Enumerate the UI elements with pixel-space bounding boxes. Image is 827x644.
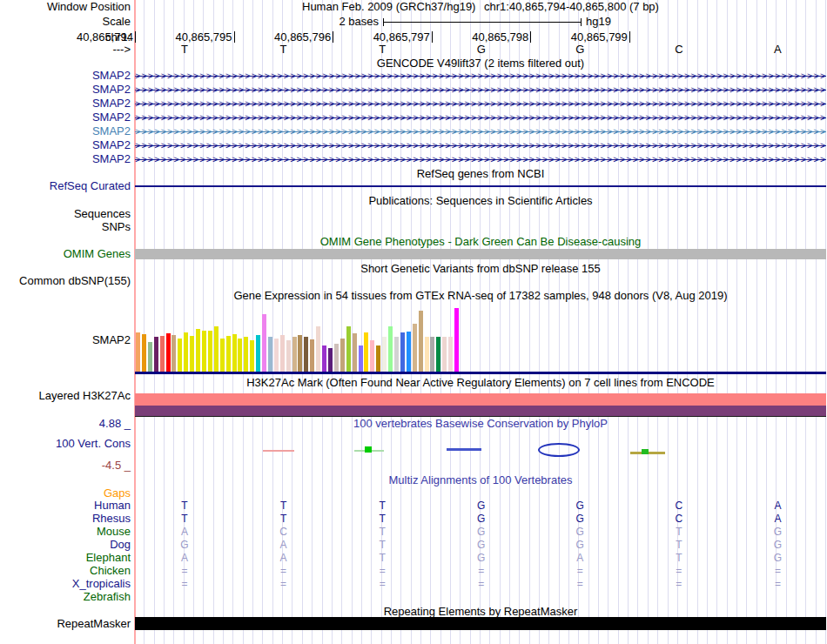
gtex-tissue-bar[interactable] [436,337,440,372]
gtex-tissue-bar[interactable] [370,340,374,372]
gtex-tissue-bar[interactable] [394,337,399,372]
gtex-tissue-bar[interactable] [214,326,219,372]
gtex-tissue-bar[interactable] [298,335,302,372]
gtex-tissue-bar[interactable] [448,337,453,372]
multiz-base[interactable]: = [728,565,827,577]
gtex-tissue-bar[interactable] [328,348,333,372]
omim-gene-bar[interactable] [135,249,826,259]
multiz-base[interactable]: G [432,500,531,512]
gtex-tissue-bar[interactable] [226,336,231,372]
gencode-transcript-line[interactable]: >>>>>>>>>>>>>>>>>>>>>>>>>>>>>>>>>>>>>>>>… [135,153,826,165]
multiz-base[interactable]: = [629,565,729,577]
multiz-base[interactable]: A [728,513,827,525]
multiz-base[interactable]: T [333,552,432,564]
multiz-base[interactable]: G [432,552,531,564]
multiz-base[interactable]: G [728,526,827,538]
gtex-tissue-bar[interactable] [430,337,434,372]
gtex-tissue-bar[interactable] [244,337,248,372]
gtex-tissue-bar[interactable] [400,332,405,372]
gtex-tissue-bar[interactable] [359,345,363,372]
gencode-transcript-line[interactable]: >>>>>>>>>>>>>>>>>>>>>>>>>>>>>>>>>>>>>>>>… [135,84,826,96]
multiz-base[interactable]: G [432,526,531,538]
multiz-base[interactable]: T [333,526,432,538]
multiz-base[interactable]: G [530,513,629,525]
multiz-base[interactable]: G [432,513,531,525]
multiz-base[interactable]: = [432,578,531,590]
multiz-base[interactable]: T [629,539,729,551]
multiz-base[interactable]: C [234,526,333,538]
gtex-tissue-bar[interactable] [268,337,272,372]
gtex-tissue-bar[interactable] [340,339,345,372]
gtex-tissue-bar[interactable] [310,339,314,372]
multiz-base[interactable]: = [333,565,432,577]
gtex-tissue-bar[interactable] [154,337,158,372]
gtex-tissue-bar[interactable] [376,345,380,372]
multiz-base[interactable]: A [135,552,234,564]
multiz-base[interactable]: = [135,565,234,577]
gtex-tissue-bar[interactable] [178,339,182,372]
multiz-base[interactable]: A [728,500,827,512]
gtex-tissue-bar[interactable] [166,333,171,372]
gtex-tissue-bar[interactable] [250,340,254,372]
multiz-base[interactable]: = [234,565,333,577]
gtex-tissue-bar[interactable] [280,335,285,372]
gtex-tissue-bar[interactable] [334,344,339,372]
multiz-base[interactable]: A [135,526,234,538]
multiz-base[interactable]: A [234,539,333,551]
gtex-tissue-bar[interactable] [425,337,429,372]
gtex-tissue-bar[interactable] [142,334,146,372]
gtex-tissue-bar[interactable] [322,345,326,372]
h3k27ac-signal-bottom[interactable] [135,406,826,416]
gtex-tissue-bar[interactable] [171,335,176,372]
multiz-base[interactable]: = [432,565,531,577]
gencode-transcript-line[interactable]: >>>>>>>>>>>>>>>>>>>>>>>>>>>>>>>>>>>>>>>>… [135,97,826,110]
multiz-base[interactable]: = [629,578,729,590]
gencode-transcript-line[interactable]: >>>>>>>>>>>>>>>>>>>>>>>>>>>>>>>>>>>>>>>>… [135,70,826,82]
multiz-base[interactable]: G [530,526,629,538]
gtex-tissue-bar[interactable] [364,332,368,372]
multiz-base[interactable]: T [333,539,432,551]
gtex-tissue-bar[interactable] [304,337,308,372]
gtex-tissue-bar[interactable] [208,331,212,372]
gtex-tissue-bar[interactable] [238,339,242,372]
multiz-base[interactable]: G [530,539,629,551]
phylop-mark-dot[interactable] [365,446,372,453]
gtex-tissue-bar[interactable] [388,326,393,372]
multiz-base[interactable]: T [234,500,333,512]
multiz-base[interactable]: G [728,539,827,551]
multiz-base[interactable]: T [333,500,432,512]
gtex-tissue-bar[interactable] [136,332,140,372]
gtex-tissue-bar[interactable] [286,340,291,372]
gtex-tissue-bar[interactable] [346,326,351,372]
multiz-base[interactable]: T [135,513,234,525]
multiz-base[interactable]: G [530,500,629,512]
h3k27ac-signal-top[interactable] [135,393,826,406]
gtex-tissue-bar[interactable] [316,326,320,372]
refseq-gene-line[interactable] [135,185,826,187]
phylop-mark-dot[interactable] [642,449,649,454]
multiz-base[interactable]: A [234,552,333,564]
phylop-mark-ellipse[interactable] [538,443,580,457]
multiz-base[interactable]: G [728,552,827,564]
gtex-tissue-bar[interactable] [256,335,260,372]
gencode-transcript-line[interactable]: >>>>>>>>>>>>>>>>>>>>>>>>>>>>>>>>>>>>>>>>… [135,111,826,124]
gtex-tissue-bar[interactable] [407,332,411,372]
gtex-tissue-bar[interactable] [353,333,357,372]
multiz-base[interactable]: = [234,578,333,590]
gtex-tissue-bar[interactable] [419,311,423,372]
multiz-base[interactable]: T [234,513,333,525]
multiz-base[interactable]: T [333,513,432,525]
gtex-tissue-bar[interactable] [160,336,165,372]
phylop-mark-dash[interactable] [447,448,481,451]
multiz-base[interactable]: A [530,552,629,564]
gtex-tissue-bar[interactable] [184,332,188,372]
gtex-tissue-bar[interactable] [382,337,387,372]
phylop-mark-dash[interactable] [263,450,294,452]
gtex-tissue-bar[interactable] [413,324,417,372]
gtex-tissue-bar[interactable] [220,339,225,372]
gtex-tissue-bar[interactable] [232,334,237,372]
gtex-tissue-bar[interactable] [454,308,459,372]
gencode-transcript-line[interactable]: >>>>>>>>>>>>>>>>>>>>>>>>>>>>>>>>>>>>>>>>… [135,139,826,151]
gtex-tissue-bar[interactable] [190,336,194,372]
gtex-tissue-bar[interactable] [292,337,297,372]
